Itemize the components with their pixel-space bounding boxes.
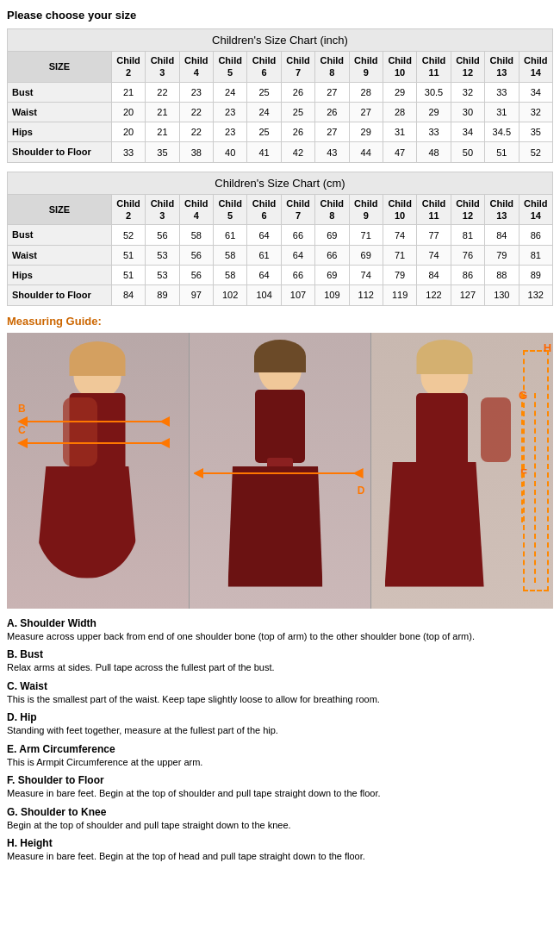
figure-right-panel: G F H [371,333,553,609]
cm-col-10: Child10 [383,194,416,225]
line-g [521,393,523,522]
cm-col-14: Child14 [519,194,553,225]
cm-waist-row: Waist 51535658616466697174767981 [8,245,553,265]
guide-text-e: This is Armpit Circumference at the uppe… [7,755,553,770]
inch-bust-label: Bust [8,82,112,102]
inch-size-chart: Children's Size Chart (inch) SIZE Child2… [7,28,553,163]
inch-col-9: Child9 [349,52,383,83]
guide-section: A. Shoulder Width Measure across upper b… [7,617,553,864]
cm-shoulder-label: Shoulder to Floor [8,285,112,305]
label-c: C [18,424,26,436]
inch-col-11: Child11 [417,52,451,83]
guide-label-b: B. Bust [7,648,553,660]
guide-text-c: This is the smallest part of the waist. … [7,692,553,707]
guide-label-d: D. Hip [7,711,553,723]
guide-label-f: F. Shoulder to Floor [7,774,553,786]
guide-label-a: A. Shoulder Width [7,617,553,629]
cm-hips-label: Hips [8,265,112,284]
arrow-b-container: B [14,415,182,428]
body-right [416,393,468,466]
guide-label-g: G. Shoulder to Knee [7,806,553,818]
label-b: B [18,403,26,415]
inch-waist-label: Waist [8,102,112,122]
guide-text-f: Measure in bare feet. Begin at the top o… [7,786,553,801]
inch-size-header: SIZE [8,52,112,83]
line-f [534,393,536,583]
measuring-images-panel: B C [7,333,553,609]
arrow-b-svg [14,415,182,428]
inch-shoulder-label: Shoulder to Floor [8,142,112,162]
cm-bust-label: Bust [8,225,112,245]
cm-col-4: Child4 [179,194,213,225]
guide-item-d: D. Hip Standing with feet together, meas… [7,711,553,738]
hair-mid [254,340,306,372]
cm-size-chart: Children's Size Chart (cm) SIZE Child2 C… [7,172,553,306]
inch-bust-row: Bust 21222324252627282930.5323334 [8,82,553,102]
cm-col-12: Child12 [451,194,484,225]
skirt-mid [228,466,323,587]
arrow-c-container: C [14,436,182,450]
guide-item-e: E. Arm Circumference This is Armpit Circ… [7,743,553,770]
inch-col-14: Child14 [519,52,553,83]
choose-title: Please choose your size [7,9,553,22]
inch-col-10: Child10 [383,52,416,83]
arrow-d-svg [194,466,367,480]
inch-hips-label: Hips [8,122,112,142]
cm-col-13: Child13 [485,194,519,225]
cm-col-7: Child7 [281,194,314,225]
arrow-c-svg [14,436,182,450]
guide-text-h: Measure in bare feet. Begin at the top o… [7,849,553,864]
inch-col-5: Child5 [213,52,246,83]
label-d: D [358,485,365,497]
skirt-left [35,466,139,578]
cm-col-2: Child2 [111,194,145,225]
inch-waist-row: Waist 20212223242526272829303132 [8,102,553,122]
cm-col-9: Child9 [349,194,383,225]
page-wrapper: Please choose your size Children's Size … [0,0,560,878]
guide-item-h: H. Height Measure in bare feet. Begin at… [7,837,553,864]
guide-text-a: Measure across upper back from end of on… [7,629,553,644]
inch-hips-row: Hips 202122232526272931333434.535 [8,122,553,142]
body-mid [255,390,305,463]
guide-text-g: Begin at the top of shoulder and pull ta… [7,818,553,833]
guide-item-b: B. Bust Relax arms at sides. Pull tape a… [7,648,553,675]
guide-label-c: C. Waist [7,680,553,692]
guide-label-e: E. Arm Circumference [7,743,553,755]
measuring-guide-title: Measuring Guide: [7,315,553,328]
guide-text-d: Standing with feet together, measure at … [7,723,553,738]
inch-col-8: Child8 [315,52,349,83]
cm-chart-title: Children's Size Chart (cm) [8,172,553,194]
inch-col-2: Child2 [111,52,145,83]
figure-middle-panel: D [190,333,372,609]
cm-bust-row: Bust 52565861646669717477818486 [8,225,553,245]
figure-left-panel: B C [7,333,190,609]
label-h: H [544,341,551,354]
inch-col-13: Child13 [485,52,519,83]
hair-right [416,340,472,374]
cm-size-header: SIZE [8,194,112,225]
inch-shoulder-row: Shoulder to Floor 3335384041424344474850… [8,142,553,162]
cm-shoulder-row: Shoulder to Floor 8489971021041071091121… [8,285,553,305]
shawl-right [481,397,511,462]
guide-item-f: F. Shoulder to Floor Measure in bare fee… [7,774,553,801]
cm-col-8: Child8 [315,194,349,225]
cm-waist-label: Waist [8,245,112,265]
guide-item-g: G. Shoulder to Knee Begin at the top of … [7,806,553,833]
guide-label-h: H. Height [7,837,553,849]
cm-hips-row: Hips 51535658646669747984868889 [8,265,553,284]
inch-chart-title: Children's Size Chart (inch) [8,29,553,52]
guide-text-b: Relax arms at sides. Pull tape across th… [7,660,553,675]
skirt-right [385,462,484,587]
shawl-left [63,397,97,466]
cm-col-5: Child5 [213,194,246,225]
inch-col-12: Child12 [451,52,484,83]
inch-col-3: Child3 [146,52,179,83]
cm-col-3: Child3 [146,194,179,225]
cm-col-11: Child11 [417,194,451,225]
inch-col-7: Child7 [281,52,314,83]
inch-col-6: Child6 [247,52,281,83]
arrow-d-container: D [194,466,367,483]
guide-item-a: A. Shoulder Width Measure across upper b… [7,617,553,644]
hair-left [70,341,126,376]
guide-item-c: C. Waist This is the smallest part of th… [7,680,553,707]
